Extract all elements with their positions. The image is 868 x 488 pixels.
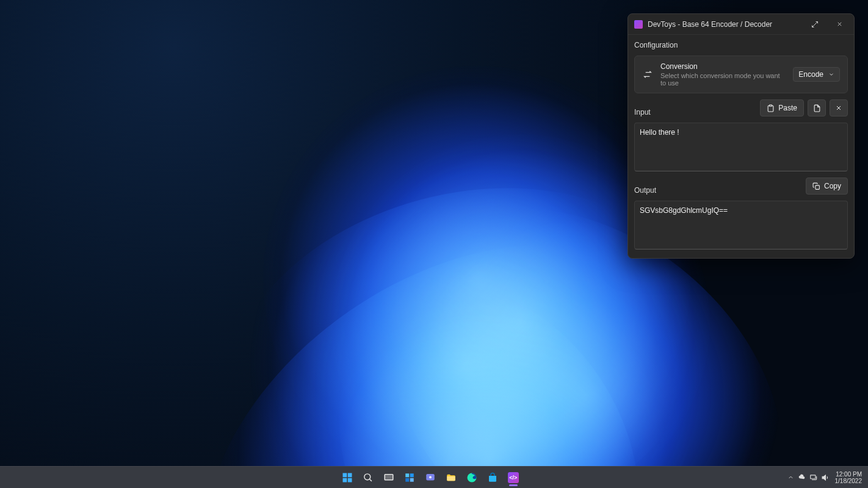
- devtoys-window: DevToys - Base 64 Encoder / Decoder Conf…: [627, 13, 855, 259]
- clock[interactable]: 12:00 PM 1/18/2022: [835, 471, 863, 484]
- input-heading: Input: [634, 108, 651, 117]
- svg-point-6: [364, 474, 371, 480]
- volume-icon[interactable]: [822, 473, 830, 482]
- svg-rect-0: [770, 105, 772, 106]
- store-button[interactable]: [483, 468, 502, 487]
- conversion-subtitle: Select which conversion mode you want to…: [660, 72, 786, 87]
- onedrive-icon[interactable]: [798, 473, 806, 481]
- copy-label: Copy: [824, 182, 841, 190]
- chevron-up-icon[interactable]: [787, 474, 794, 481]
- open-file-button[interactable]: [808, 99, 826, 117]
- clipboard-icon: [767, 104, 775, 112]
- store-icon: [487, 472, 498, 483]
- svg-rect-4: [342, 478, 347, 482]
- chat-button[interactable]: [421, 468, 439, 487]
- chat-icon: [425, 472, 436, 483]
- svg-rect-3: [348, 473, 352, 477]
- search-button[interactable]: [359, 468, 377, 487]
- paste-button[interactable]: Paste: [760, 99, 804, 117]
- window-title: DevToys - Base 64 Encoder / Decoder: [648, 20, 803, 29]
- network-icon[interactable]: [809, 473, 818, 482]
- paste-label: Paste: [778, 104, 797, 112]
- chevron-down-icon: [828, 71, 834, 77]
- svg-rect-9: [405, 473, 409, 477]
- clock-time: 12:00 PM: [836, 471, 862, 478]
- folder-icon: [446, 472, 457, 483]
- svg-rect-5: [348, 478, 352, 482]
- svg-rect-11: [405, 478, 409, 481]
- search-icon: [363, 472, 373, 483]
- output-heading: Output: [634, 186, 656, 195]
- close-icon: [836, 21, 843, 27]
- app-icon: [634, 20, 643, 29]
- copy-button[interactable]: Copy: [806, 178, 848, 195]
- svg-rect-2: [342, 473, 347, 477]
- svg-point-14: [429, 476, 432, 478]
- x-icon: [835, 104, 842, 112]
- copy-icon: [812, 182, 820, 190]
- pin-icon: [811, 21, 819, 28]
- widgets-button[interactable]: [400, 468, 419, 487]
- clock-date: 1/18/2022: [835, 478, 863, 484]
- conversion-mode-value: Encode: [798, 70, 823, 79]
- svg-rect-1: [816, 185, 820, 189]
- devtoys-icon: </>: [508, 472, 519, 483]
- close-button[interactable]: [827, 15, 852, 34]
- edge-button[interactable]: [463, 468, 481, 487]
- swap-icon: [642, 70, 653, 79]
- pin-button[interactable]: [803, 15, 827, 34]
- start-button[interactable]: [338, 468, 356, 487]
- taskview-button[interactable]: [380, 468, 398, 487]
- devtoys-taskbar-button[interactable]: </>: [504, 468, 523, 487]
- edge-icon: [466, 472, 477, 483]
- explorer-button[interactable]: [442, 468, 460, 487]
- svg-rect-12: [410, 478, 414, 481]
- conversion-card: Conversion Select which conversion mode …: [634, 56, 848, 93]
- svg-rect-10: [410, 473, 414, 477]
- file-icon: [813, 104, 821, 112]
- windows-icon: [342, 472, 353, 483]
- conversion-title: Conversion: [660, 62, 786, 71]
- system-tray: 12:00 PM 1/18/2022: [787, 471, 869, 484]
- input-textarea[interactable]: [634, 123, 848, 171]
- taskbar: </> 12:00 PM 1/18/2022: [0, 466, 868, 488]
- conversion-mode-dropdown[interactable]: Encode: [793, 67, 840, 82]
- svg-rect-8: [386, 475, 392, 479]
- configuration-heading: Configuration: [634, 41, 848, 49]
- widgets-icon: [404, 472, 415, 483]
- taskview-icon: [383, 472, 394, 483]
- titlebar[interactable]: DevToys - Base 64 Encoder / Decoder: [628, 14, 854, 35]
- svg-rect-16: [810, 475, 815, 478]
- clear-input-button[interactable]: [830, 99, 848, 117]
- output-textarea[interactable]: [634, 201, 848, 249]
